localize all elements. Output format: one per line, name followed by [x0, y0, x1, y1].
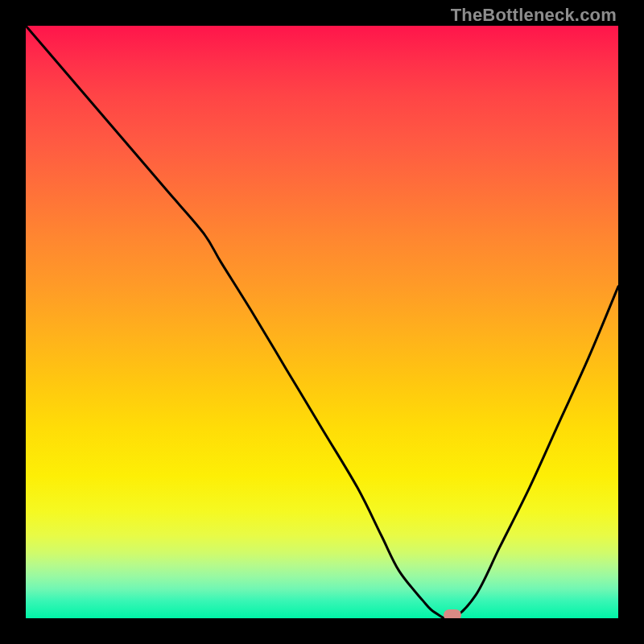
watermark-text: TheBottleneck.com — [451, 5, 617, 26]
optimum-marker — [444, 609, 461, 618]
curve-svg — [26, 26, 618, 618]
bottleneck-curve — [26, 26, 618, 618]
chart-frame: TheBottleneck.com — [0, 0, 644, 644]
plot-area — [26, 26, 618, 618]
